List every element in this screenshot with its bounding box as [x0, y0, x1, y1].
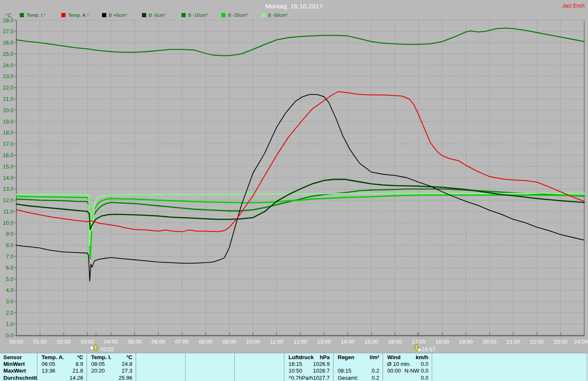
- column-name: Temp. A.: [42, 354, 64, 361]
- y-tick-label: 25.0: [3, 51, 13, 57]
- cell-value: 8.9: [76, 361, 83, 368]
- y-tick-label: 14.0: [3, 175, 13, 181]
- x-tick-label: 11:00: [270, 339, 284, 345]
- table-cell-row: 06:058.9: [37, 361, 87, 368]
- table-column-empty: [185, 353, 234, 381]
- table-column-wind: Windkm/hØ 10 min.0.000:00N-NW 0.00.0: [383, 353, 432, 381]
- y-tick-label: 6.0: [6, 265, 13, 271]
- x-tick-label: 13:00: [317, 339, 331, 345]
- y-tick-label: 19.0: [3, 118, 13, 125]
- column-unit: l/m²: [370, 354, 379, 361]
- y-tick-label: 24.0: [3, 62, 13, 68]
- cell-time: 16:15: [289, 361, 302, 368]
- x-tick-label: 03:00: [81, 339, 94, 345]
- table-cell-row: [235, 368, 284, 374]
- y-tick-label: 18.0: [3, 129, 13, 136]
- column-unit: °C: [126, 354, 132, 361]
- y-tick-label: 2.0: [6, 310, 13, 316]
- x-tick-label: 12:00: [294, 339, 307, 345]
- column-header: Temp. A.°C: [37, 354, 87, 361]
- y-tick-label: 0.0: [6, 332, 13, 339]
- cell-time: 10:50: [289, 368, 302, 374]
- cell-value: 0.2: [372, 368, 379, 374]
- x-tick-label: 23:00: [554, 339, 567, 345]
- column-header: [432, 354, 587, 361]
- y-tick-label: 22.0: [3, 84, 13, 91]
- table-column-empty: [136, 353, 185, 381]
- table-cell-row: [432, 368, 587, 374]
- y-tick-label: 28.0: [3, 17, 13, 24]
- x-tick-label: 06:00: [152, 339, 165, 345]
- cell-value: 1026.9: [313, 361, 330, 368]
- table-column-temp-i: Temp. I.°C08:0524.820:2027.325.96: [87, 353, 136, 381]
- sun-down-icon: [418, 348, 421, 352]
- cell-time: Gesamt:: [338, 375, 358, 381]
- cell-value: 1027.7: [313, 375, 330, 381]
- table-cell-row: [186, 368, 234, 374]
- table-cell-row: 14.26: [37, 375, 87, 381]
- table-cell-row: [136, 375, 185, 381]
- x-tick-label: 17:00: [412, 339, 425, 345]
- column-name: Regen: [338, 354, 354, 361]
- table-cell-row: [333, 361, 383, 368]
- x-tick-label: 14:00: [341, 339, 354, 345]
- table-cell-row: [235, 375, 284, 381]
- summary-table: SensorMinWertMaxWertDurchschnittTemp. A.…: [0, 353, 588, 381]
- x-tick-label: 20:00: [483, 339, 496, 345]
- cell-value: N-NW 0.0: [404, 368, 428, 374]
- cell-time: 08:15: [338, 368, 352, 374]
- y-tick-label: 7.0: [6, 253, 13, 260]
- column-header: Windkm/h: [383, 354, 432, 361]
- y-axis: 0.01.02.03.04.05.06.07.08.09.010.011.012…: [3, 17, 16, 339]
- row-label: MinWert: [0, 361, 37, 368]
- y-tick-label: 8.0: [6, 242, 13, 248]
- table-column-empty: [432, 353, 587, 381]
- y-tick-label: 1.0: [6, 321, 13, 327]
- y-tick-label: 21.0: [3, 96, 13, 102]
- x-tick-label: 01:00: [33, 339, 47, 345]
- column-header: [136, 354, 185, 361]
- y-tick-label: 12.0: [3, 197, 13, 203]
- y-tick-label: 20.0: [3, 107, 13, 113]
- y-tick-label: 11.0: [3, 208, 13, 215]
- cell-value: 24.8: [122, 361, 132, 368]
- sun-up-icon: [90, 346, 93, 349]
- row-label: Durchschnitt: [0, 375, 37, 381]
- x-tick-label: 19:00: [459, 339, 473, 345]
- row-label: MaxWert: [0, 368, 37, 374]
- column-header: [186, 354, 234, 361]
- table-cell-row: 13:3621.8: [37, 368, 87, 374]
- table-cell-row: 0.0: [383, 375, 432, 381]
- column-unit: hPa: [320, 354, 330, 361]
- row-label: Sensor: [0, 354, 37, 361]
- x-tick-label: 02:00: [57, 339, 71, 345]
- y-tick-label: 26.0: [3, 39, 13, 46]
- y-tick-label: 23.0: [3, 73, 13, 79]
- cell-value: 0.0: [421, 375, 428, 381]
- x-tick-label: 21:00: [507, 339, 520, 345]
- y-tick-label: 27.0: [3, 28, 13, 34]
- cell-value: 27.3: [122, 368, 132, 374]
- y-tick-label: 9.0: [6, 231, 13, 237]
- table-cell-row: 00:00N-NW 0.0: [383, 368, 432, 374]
- table-cell-row: [186, 375, 234, 381]
- table-cell-row: ^0.7hPa/h1027.7: [284, 375, 333, 381]
- cell-time: 13:36: [42, 368, 55, 374]
- y-tick-label: 10.0: [3, 220, 13, 226]
- sunrise-time-label: 03:22: [100, 346, 114, 352]
- table-cell-row: [432, 361, 587, 368]
- x-tick-label: 18:00: [436, 339, 449, 345]
- y-tick-label: 15.0: [3, 163, 13, 170]
- x-tick-label: 04:00: [104, 339, 118, 345]
- table-cell-row: 16:151026.9: [284, 361, 333, 368]
- weather-app-window: { "header": { "title": "Montag, 16.10.20…: [0, 0, 588, 381]
- x-tick-label: 08:00: [199, 339, 213, 345]
- column-header: [235, 354, 284, 361]
- column-unit: km/h: [416, 354, 428, 361]
- column-header: Temp. I.°C: [87, 354, 136, 361]
- table-column-regen: Regenl/m²08:150.2Gesamt:0.2: [333, 353, 383, 381]
- x-tick-label: 22:00: [530, 339, 544, 345]
- table-cell-row: 08:150.2: [333, 368, 383, 374]
- table-column-empty: [234, 353, 284, 381]
- y-tick-label: 17.0: [3, 141, 13, 147]
